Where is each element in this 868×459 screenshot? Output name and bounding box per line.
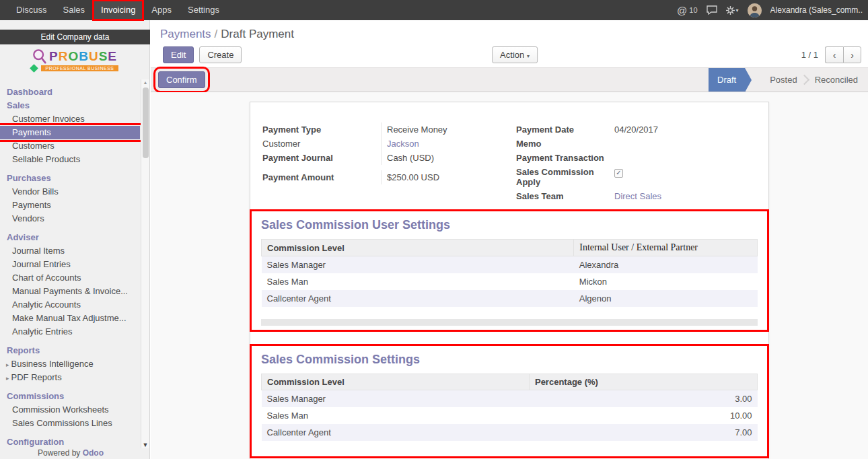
magnifier-icon <box>32 48 47 65</box>
powered-by: Powered by Odoo <box>0 448 141 458</box>
sidebar-item-analytic-accounts[interactable]: Analytic Accounts <box>0 298 140 312</box>
empty-row-strip <box>261 319 758 326</box>
sidebar-item-vendor-bills[interactable]: Vendor Bills <box>0 185 140 199</box>
payment-form: Payment Type Receive Money Customer Jack… <box>261 122 758 203</box>
cell-user: Algenon <box>574 290 758 307</box>
pager-next-button[interactable]: › <box>843 46 861 63</box>
pager-counter: 1 / 1 <box>801 50 818 60</box>
field-customer: Customer Jackson <box>261 137 504 151</box>
status-draft[interactable]: Draft <box>709 68 745 92</box>
sidebar-item-manual-payments-invoice[interactable]: Manual Payments & Invoice... <box>0 285 140 298</box>
table-row[interactable]: Sales Man 10.00 <box>262 407 758 424</box>
chat-icon <box>707 5 717 15</box>
mention-counter[interactable]: @ 10 <box>677 5 697 16</box>
payment-journal-label: Payment Journal <box>261 151 381 165</box>
menu-invoicing[interactable]: Invoicing <box>93 0 143 20</box>
sidebar-item-customers[interactable]: Customers <box>0 139 140 153</box>
payment-type-value: Receive Money <box>381 122 504 137</box>
section-title-commissions: Commissions <box>0 390 140 403</box>
table-row[interactable]: Sales Manager Alexandra <box>262 256 758 274</box>
control-panel: Payments/Draft Payment Edit Create Actio… <box>151 20 868 67</box>
sidebar-item-vendors[interactable]: Vendors <box>0 212 140 225</box>
cell-commission-level: Sales Man <box>262 273 574 290</box>
edit-button[interactable]: Edit <box>163 46 194 63</box>
sidebar-item-make-manual-tax-adjustment[interactable]: Make Manual Tax Adjustme... <box>0 312 140 325</box>
sidebar-scrollbar[interactable]: ▲ ▼ <box>141 79 149 448</box>
column-commission-level[interactable]: Commission Level <box>262 374 530 390</box>
sidebar-item-journal-items[interactable]: Journal Items <box>0 244 140 258</box>
breadcrumb-current: Draft Payment <box>221 28 294 40</box>
section-title-reports: Reports <box>0 344 140 357</box>
memo-label: Memo <box>515 137 609 151</box>
pager-previous-button[interactable]: ‹ <box>825 46 843 63</box>
payment-date-label: Payment Date <box>515 122 609 137</box>
debug-menu-button[interactable]: ▾ <box>726 6 739 15</box>
breadcrumb-payments[interactable]: Payments <box>160 28 211 40</box>
sidebar-item-pdf-reports[interactable]: ▸PDF Reports <box>0 371 140 384</box>
user-menu[interactable]: Alexandra (Sales_comm.. <box>770 5 863 15</box>
avatar-image <box>748 3 762 17</box>
menu-settings[interactable]: Settings <box>180 0 227 20</box>
sidebar: Edit Company data PROBUSE PROFESSIONAL B… <box>0 20 150 459</box>
action-label: Action <box>500 50 524 60</box>
form-sheet: Payment Type Receive Money Customer Jack… <box>250 102 769 459</box>
commission-settings-table: Commission Level Percentage (%) Sales Ma… <box>261 374 758 441</box>
topbar-right: @ 10 ▾ <box>677 0 868 20</box>
scroll-up-icon[interactable]: ▲ <box>143 79 148 86</box>
edit-company-data-button[interactable]: Edit Company data <box>0 30 150 44</box>
user-settings-title: Sales Commission User Settings <box>261 218 758 232</box>
scroll-down-icon[interactable]: ▼ <box>143 442 149 448</box>
column-percentage[interactable]: Percentage (%) <box>529 374 757 390</box>
confirm-button[interactable]: Confirm <box>158 71 205 88</box>
customer-link[interactable]: Jackson <box>387 139 419 149</box>
scrollbar-thumb[interactable] <box>143 87 149 158</box>
messages-button[interactable] <box>707 5 717 15</box>
sidebar-item-journal-entries[interactable]: Journal Entries <box>0 258 140 271</box>
form-area: Payment Type Receive Money Customer Jack… <box>151 92 868 459</box>
section-title-purchases: Purchases <box>0 172 140 185</box>
sidebar-item-customer-invoices[interactable]: Customer Invoices <box>0 112 140 126</box>
debug-icon <box>726 6 735 15</box>
table-row[interactable]: Sales Man Mickon <box>262 273 758 290</box>
sales-commission-apply-checkbox[interactable]: ✓ <box>614 169 623 178</box>
menu-sales[interactable]: Sales <box>55 0 94 20</box>
sidebar-item-analytic-entries[interactable]: Analytic Entries <box>0 325 140 339</box>
cell-percentage: 7.00 <box>529 424 757 441</box>
field-sales-commission-apply: Sales Commission Apply ✓ <box>515 165 758 189</box>
create-button[interactable]: Create <box>199 46 242 63</box>
sidebar-item-sellable-products[interactable]: Sellable Products <box>0 153 140 166</box>
menu-apps[interactable]: Apps <box>143 0 180 20</box>
topbar: Discuss Sales Invoicing Apps Settings @ … <box>0 0 868 20</box>
sidebar-item-dashboard[interactable]: Dashboard <box>0 85 140 99</box>
column-commission-level[interactable]: Commission Level <box>262 240 574 256</box>
app-menu: Discuss Sales Invoicing Apps Settings <box>8 0 227 20</box>
table-row[interactable]: Callcenter Agent Algenon <box>262 290 758 307</box>
column-internal-user[interactable]: Internal User / External Partner <box>574 240 758 256</box>
status-pipeline: Draft Posted Reconciled <box>709 68 868 92</box>
powered-by-text: Powered by <box>38 448 80 458</box>
sidebar-item-purchase-payments[interactable]: Payments <box>0 199 140 212</box>
caret-right-icon: ▸ <box>6 375 9 382</box>
table-header-row: Commission Level Internal User / Externa… <box>262 240 758 256</box>
table-row[interactable]: Sales Manager 3.00 <box>262 390 758 408</box>
sidebar-item-sales-commissions-lines[interactable]: Sales Commissions Lines <box>0 417 140 430</box>
odoo-link[interactable]: Odoo <box>83 448 104 458</box>
sidebar-item-payments[interactable]: Payments <box>0 126 140 139</box>
sidebar-section-adviser: Adviser Journal Items Journal Entries Ch… <box>0 231 140 339</box>
sidebar-item-commission-worksheets[interactable]: Commission Worksheets <box>0 403 140 417</box>
action-dropdown-button[interactable]: Action ▾ <box>492 46 538 63</box>
sidebar-item-chart-of-accounts[interactable]: Chart of Accounts <box>0 271 140 285</box>
user-avatar[interactable] <box>748 3 762 17</box>
screen: Discuss Sales Invoicing Apps Settings @ … <box>0 0 868 459</box>
cell-commission-level: Callcenter Agent <box>262 290 574 307</box>
caret-right-icon: ▸ <box>6 361 9 368</box>
cell-user: Mickon <box>574 273 758 290</box>
table-row[interactable]: Callcenter Agent 7.00 <box>262 424 758 441</box>
sales-commission-apply-label: Sales Commission Apply <box>515 165 609 189</box>
sales-team-link[interactable]: Direct Sales <box>614 191 661 201</box>
menu-discuss[interactable]: Discuss <box>8 0 55 20</box>
sidebar-item-business-intelligence[interactable]: ▸Business Intelligence <box>0 357 140 371</box>
sidebar-item-label: PDF Reports <box>11 372 62 382</box>
field-memo: Memo <box>515 137 758 151</box>
status-reconciled[interactable]: Reconciled <box>805 68 868 92</box>
